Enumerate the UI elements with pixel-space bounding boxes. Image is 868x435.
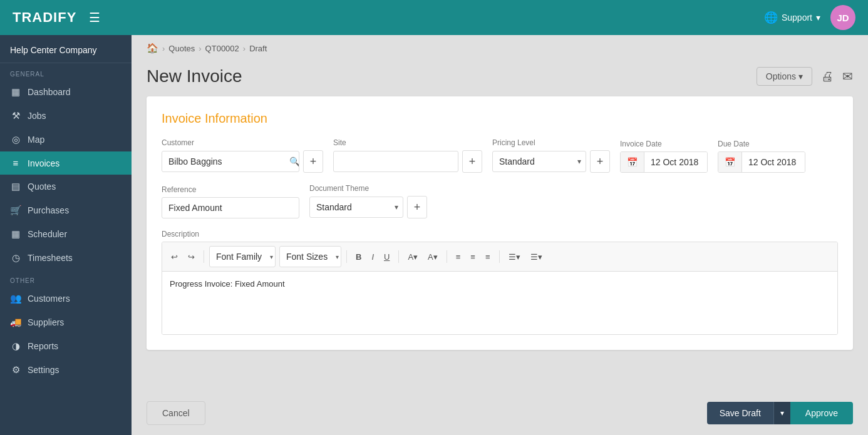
sidebar-item-reports[interactable]: ◑ Reports — [0, 334, 132, 358]
bold-button[interactable]: B — [352, 250, 365, 264]
cancel-button[interactable]: Cancel — [147, 401, 205, 425]
save-draft-button[interactable]: Save Draft — [707, 402, 773, 424]
chevron-down-icon: ▾ — [816, 13, 820, 23]
sidebar-item-label: Quotes — [28, 182, 56, 192]
highlight-color-button[interactable]: A▾ — [424, 250, 442, 264]
doc-theme-label: Document Theme — [309, 184, 427, 193]
print-icon[interactable]: 🖨 — [821, 69, 834, 84]
sidebar-item-jobs[interactable]: ⚒ Jobs — [0, 104, 132, 128]
breadcrumb-current: Draft — [249, 44, 267, 53]
sidebar-item-settings[interactable]: ⚙ Settings — [0, 358, 132, 382]
search-icon: 🔍 — [284, 156, 299, 166]
suppliers-icon: 🚚 — [10, 317, 21, 328]
rte-toolbar: ↩ ↪ Font Family ▾ Font Sizes — [162, 242, 837, 272]
form-row-2: Reference Document Theme Standard Modern… — [162, 184, 838, 218]
main-content: 🏠 › Quotes › QT00002 › Draft New Invoice… — [132, 35, 868, 435]
breadcrumb: 🏠 › Quotes › QT00002 › Draft — [132, 35, 868, 61]
sidebar-item-label: Suppliers — [28, 317, 64, 327]
pricing-group: Pricing Level Standard Premium Wholesale… — [492, 138, 610, 173]
unordered-list-button[interactable]: ☰▾ — [505, 250, 524, 264]
company-name: Help Center Company — [0, 35, 132, 63]
sidebar-item-label: Jobs — [28, 111, 46, 121]
reports-icon: ◑ — [10, 340, 21, 352]
align-right-button[interactable]: ≡ — [482, 250, 494, 264]
customer-add-button[interactable]: + — [303, 150, 323, 173]
due-date-input[interactable] — [742, 152, 805, 172]
avatar-initials: JD — [837, 13, 849, 23]
sidebar-item-label: Dashboard — [28, 87, 71, 97]
toolbar-separator — [499, 250, 500, 263]
options-button[interactable]: Options ▾ — [757, 67, 812, 86]
top-nav: TRADIFY ☰ 🌐 Support ▾ JD — [0, 0, 868, 35]
toolbar-separator — [447, 250, 447, 263]
save-draft-dropdown-button[interactable]: ▾ — [773, 402, 790, 424]
globe-icon: 🌐 — [764, 11, 778, 24]
email-icon[interactable]: ✉ — [842, 69, 853, 84]
pricing-add-button[interactable]: + — [590, 150, 610, 173]
doc-theme-group: Document Theme Standard Modern Classic ▾… — [309, 184, 427, 218]
ordered-list-button[interactable]: ☰▾ — [527, 250, 546, 264]
sidebar-item-label: Customers — [28, 294, 70, 304]
app-body: Help Center Company GENERAL ▦ Dashboard … — [0, 35, 868, 435]
invoice-date-wrapper: 📅 — [620, 151, 708, 173]
toolbar-separator — [346, 250, 347, 263]
doc-theme-select-wrapper: Standard Modern Classic ▾ — [309, 197, 403, 218]
redo-button[interactable]: ↪ — [184, 250, 199, 264]
card-title: Invoice Information — [162, 111, 838, 126]
support-button[interactable]: 🌐 Support ▾ — [764, 11, 820, 24]
sidebar-item-label: Invoices — [28, 158, 59, 168]
align-center-button[interactable]: ≡ — [467, 250, 479, 264]
font-color-button[interactable]: A▾ — [404, 250, 421, 264]
nav-left: TRADIFY ☰ — [13, 9, 100, 26]
sidebar-item-customers[interactable]: 👥 Customers — [0, 287, 132, 310]
reference-input[interactable] — [162, 197, 299, 218]
chevron-down-icon: ▾ — [798, 71, 803, 81]
customer-input[interactable] — [162, 151, 284, 171]
nav-right: 🌐 Support ▾ JD — [764, 5, 855, 30]
customer-group: Customer 🔍 + — [162, 138, 323, 173]
italic-button[interactable]: I — [368, 250, 378, 264]
reference-group: Reference — [162, 185, 299, 218]
sidebar-item-quotes[interactable]: ▤ Quotes — [0, 175, 132, 198]
breadcrumb-quotes[interactable]: Quotes — [168, 44, 195, 53]
doc-theme-add-button[interactable]: + — [407, 196, 427, 218]
sidebar-item-timesheets[interactable]: ◷ Timesheets — [0, 246, 132, 270]
font-family-wrapper: Font Family ▾ — [209, 246, 276, 267]
page-footer: Cancel Save Draft ▾ Approve — [132, 391, 868, 435]
font-family-select[interactable]: Font Family — [209, 246, 276, 267]
sidebar-item-label: Purchases — [28, 205, 69, 215]
doc-theme-select[interactable]: Standard Modern Classic — [309, 197, 403, 218]
description-label: Description — [162, 230, 838, 238]
page-actions: Options ▾ 🖨 ✉ — [757, 67, 853, 86]
site-add-button[interactable]: + — [462, 150, 482, 173]
sidebar-item-label: Timesheets — [28, 253, 73, 263]
due-date-label: Due Date — [718, 140, 805, 148]
home-icon[interactable]: 🏠 — [147, 43, 158, 54]
font-sizes-wrapper: Font Sizes ▾ — [279, 246, 341, 267]
description-editor[interactable]: Progress Invoice: Fixed Amount — [162, 272, 837, 334]
invoice-date-input[interactable] — [644, 152, 707, 172]
undo-button[interactable]: ↩ — [167, 250, 182, 264]
quotes-icon: ▤ — [10, 181, 21, 192]
sidebar-item-dashboard[interactable]: ▦ Dashboard — [0, 80, 132, 104]
approve-button[interactable]: Approve — [790, 402, 853, 424]
font-sizes-select[interactable]: Font Sizes — [279, 246, 341, 267]
sidebar-item-scheduler[interactable]: ▦ Scheduler — [0, 222, 132, 246]
jobs-icon: ⚒ — [10, 110, 21, 121]
description-group: Description ↩ ↪ Font Family ▾ — [162, 230, 838, 335]
customer-input-wrapper: 🔍 — [162, 151, 299, 172]
site-input[interactable] — [333, 151, 458, 172]
map-icon: ◎ — [10, 134, 21, 145]
sidebar-item-label: Reports — [28, 341, 58, 351]
pricing-select[interactable]: Standard Premium Wholesale — [492, 151, 586, 172]
align-left-button[interactable]: ≡ — [452, 250, 465, 264]
user-avatar[interactable]: JD — [830, 5, 855, 30]
breadcrumb-quote-id[interactable]: QT00002 — [205, 44, 239, 53]
sidebar-item-purchases[interactable]: 🛒 Purchases — [0, 198, 132, 222]
hamburger-menu[interactable]: ☰ — [89, 10, 100, 25]
sidebar-item-invoices[interactable]: ≡ Invoices — [0, 151, 132, 175]
purchases-icon: 🛒 — [10, 205, 21, 216]
sidebar-item-map[interactable]: ◎ Map — [0, 128, 132, 151]
underline-button[interactable]: U — [380, 250, 393, 264]
sidebar-item-suppliers[interactable]: 🚚 Suppliers — [0, 310, 132, 334]
